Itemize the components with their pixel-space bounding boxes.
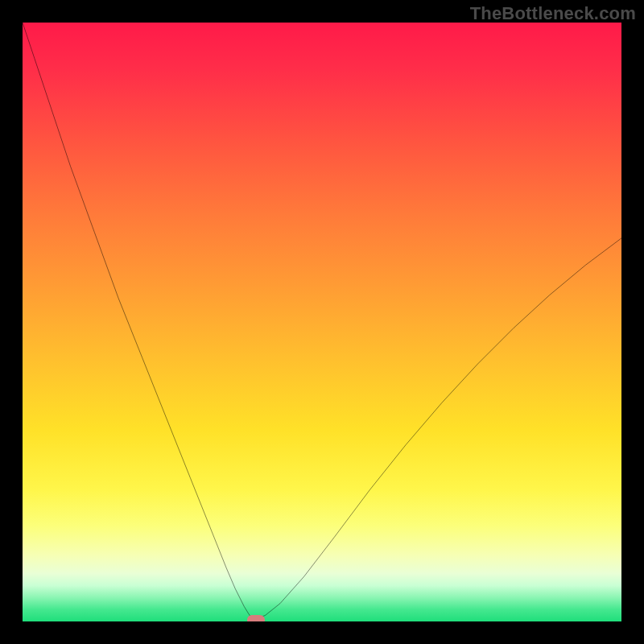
optimal-marker xyxy=(247,615,265,621)
plot-area xyxy=(23,23,621,621)
bottleneck-curve xyxy=(23,23,621,621)
watermark-text: TheBottleneck.com xyxy=(470,3,636,24)
chart-frame: TheBottleneck.com xyxy=(0,0,644,644)
